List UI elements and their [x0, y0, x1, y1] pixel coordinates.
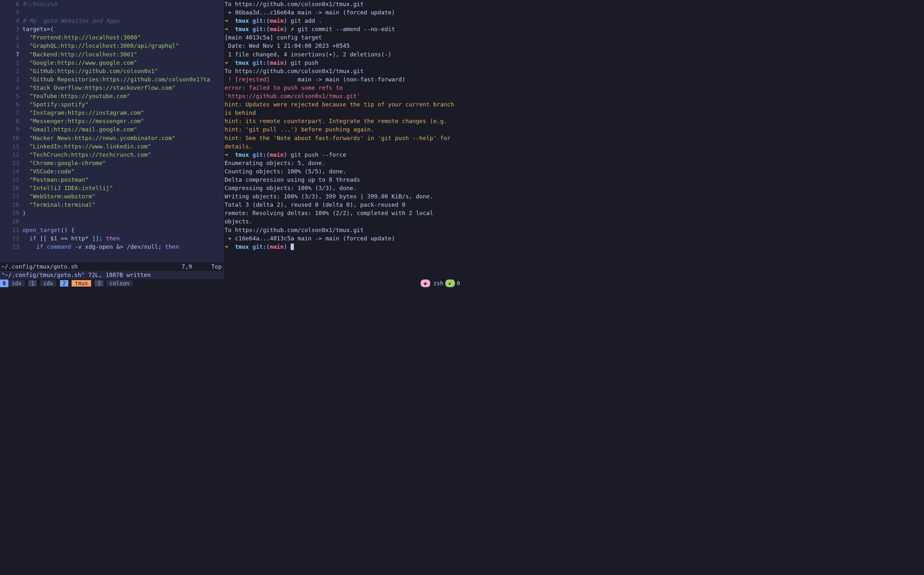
code-line[interactable]: 1 "Google:https://www.google.com" [0, 59, 223, 67]
terminal-line: Date: Wed Nov 1 21:04:08 2023 +0545 [225, 42, 462, 50]
code-content[interactable]: "VSCode:code" [22, 167, 75, 176]
code-line[interactable]: 1 "GraphQL:http://localhost:3000/api/gra… [0, 42, 223, 50]
tmux-window-num[interactable]: 3 [95, 280, 103, 286]
line-number: 13 [0, 159, 22, 167]
tmux-session-name[interactable]: 0 [0, 280, 8, 288]
code-line[interactable]: 17 "WebStorm:webstorm" [0, 192, 223, 201]
code-line[interactable]: 10 "Hacker News:https://news.ycombinator… [0, 134, 223, 142]
code-line[interactable]: 5 "YouTube:https://youtube.com" [0, 92, 223, 100]
editor-pane[interactable]: 6#!/bin/zsh54# My :goto Websites and App… [0, 0, 223, 279]
terminal-line: ➜ tmux git:(main) git add . [225, 17, 462, 25]
code-line[interactable]: 3targets=( [0, 25, 223, 33]
code-content[interactable]: "Chrome:google-chrome" [22, 159, 106, 167]
code-content[interactable]: "LinkedIn:https://www.linkedin.com" [22, 142, 151, 151]
line-number: 14 [0, 167, 22, 176]
line-number: 8 [0, 117, 22, 125]
terminal-line: Compressing objects: 100% (3/3), done. [225, 184, 462, 192]
line-number: 5 [0, 8, 22, 17]
terminal-line: ! [rejected] main -> main (non-fast-forw… [225, 75, 462, 84]
line-number: 3 [0, 25, 22, 33]
code-line[interactable]: 4 "Stack Overflow:https://stackoverflow.… [0, 84, 223, 92]
code-line[interactable]: 13 "Chrome:google-chrome" [0, 159, 223, 167]
code-line[interactable]: 21open_target() { [0, 226, 223, 234]
tmux-window[interactable]: idx [8, 280, 25, 286]
terminal-pane[interactable]: To https://github.com/colson0x1/tmux.git… [223, 0, 462, 279]
terminal-line: Counting objects: 100% (5/5), done. [225, 167, 462, 176]
code-content[interactable]: ) [22, 209, 26, 217]
line-number: 6 [0, 100, 22, 109]
code-content[interactable]: "Github Repositories:https://github.com/… [22, 75, 210, 84]
code-line[interactable]: 19) [0, 209, 223, 217]
code-content[interactable]: "GraphQL:http://localhost:3000/api/graph… [22, 42, 179, 50]
line-number: 11 [0, 142, 22, 151]
code-content[interactable]: "GitHub:https://github.com/colson0x1" [22, 67, 158, 75]
code-line[interactable]: 11 "LinkedIn:https://www.linkedin.com" [0, 142, 223, 151]
code-line[interactable]: 12 "TechCrunch:https://techcrunch.com" [0, 151, 223, 159]
tmux-window-active[interactable]: tmux [72, 280, 91, 286]
code-content[interactable]: "TechCrunch:https://techcrunch.com" [22, 151, 151, 159]
terminal-line: Total 3 (delta 2), reused 0 (delta 0), p… [225, 201, 462, 209]
code-content[interactable]: # My :goto Websites and Apps [22, 17, 119, 25]
line-number: 2 [0, 33, 22, 42]
code-content[interactable]: if command -v xdg-open &> /dev/null; the… [22, 243, 179, 251]
code-line[interactable]: 7 "Instagram:https://instagram.com" [0, 109, 223, 117]
terminal-line: ➜ tmux git:(main) git push [225, 59, 462, 67]
code-content[interactable]: "Instagram:https://instagram.com" [22, 109, 144, 117]
terminal-line: hint: Updates were rejected because the … [225, 100, 462, 117]
code-line[interactable]: 20 [0, 217, 223, 226]
code-content[interactable]: "IntelliJ IDEA:intellij" [22, 184, 113, 192]
code-content[interactable]: "Hacker News:https://news.ycombinator.co… [22, 134, 175, 142]
code-line[interactable]: 8 "Messenger:https://messenger.com" [0, 117, 223, 125]
code-content[interactable]: "Terminal:terminal" [22, 201, 96, 209]
tmux-window-num[interactable]: 1 [28, 280, 37, 286]
tmux-window[interactable]: colson [107, 280, 132, 286]
code-content[interactable]: #!/bin/zsh [22, 0, 57, 8]
line-number: 1 [0, 42, 22, 50]
code-content[interactable]: "Gmail:https://mail.google.com" [22, 125, 137, 133]
code-line[interactable]: 2 "Frontend:http://localhost:3000" [0, 33, 223, 42]
line-number: 2 [0, 67, 22, 75]
line-number: 5 [0, 92, 22, 100]
code-line[interactable]: 4# My :goto Websites and Apps [0, 17, 223, 25]
code-content[interactable]: open_target() { [22, 226, 75, 234]
shell-label: zsh [433, 280, 443, 288]
code-content[interactable]: "Google:https://www.google.com" [22, 59, 137, 67]
code-content[interactable]: "Messenger:https://messenger.com" [22, 117, 144, 125]
code-content[interactable]: "YouTube:https://youtube.com" [22, 92, 130, 100]
code-content[interactable]: "Stack Overflow:https://stackoverflow.co… [22, 84, 175, 92]
code-line[interactable]: 15 "Postman:postman" [0, 176, 223, 184]
terminal-line: To https://github.com/colson0x1/tmux.git [225, 0, 462, 8]
code-line[interactable]: 5 [0, 8, 223, 17]
line-number: 12 [0, 151, 22, 159]
line-number: 1 [0, 59, 22, 67]
line-number: 23 [0, 243, 22, 251]
code-line[interactable]: 16 "IntelliJ IDEA:intellij" [0, 184, 223, 192]
code-content[interactable]: "Backend:http://localhost:3001" [22, 50, 137, 59]
vim-statusline: ~/.config/tmux/goto.sh 7,9 Top [0, 262, 223, 271]
code-content[interactable]: "Frontend:http://localhost:3000" [22, 33, 140, 42]
terminal-line: To https://github.com/colson0x1/tmux.git [225, 67, 462, 75]
tmux-window-num[interactable]: 2 [60, 280, 69, 286]
code-content[interactable]: "Spotify:spotify" [22, 100, 89, 109]
code-line[interactable]: 7 "Backend:http://localhost:3001" [0, 50, 223, 59]
code-line[interactable]: 14 "VSCode:code" [0, 167, 223, 176]
code-content[interactable]: "WebStorm:webstorm" [22, 192, 96, 201]
code-line[interactable]: 22 if [[ $1 == http* ]]; then [0, 234, 223, 243]
code-line[interactable]: 2 "GitHub:https://github.com/colson0x1" [0, 67, 223, 75]
tmux-window[interactable]: idx [40, 280, 56, 286]
code-line[interactable]: 23 if command -v xdg-open &> /dev/null; … [0, 243, 223, 251]
line-number: 10 [0, 134, 22, 142]
code-line[interactable]: 6 "Spotify:spotify" [0, 100, 223, 109]
terminal-line: Delta compression using up to 8 threads [225, 176, 462, 184]
code-content[interactable]: targets=( [22, 25, 54, 33]
code-line[interactable]: 18 "Terminal:terminal" [0, 201, 223, 209]
status-scroll: Top [211, 262, 222, 271]
code-line[interactable]: 3 "Github Repositories:https://github.co… [0, 75, 223, 84]
terminal-icon: ▸ [449, 280, 452, 288]
code-content[interactable]: "Postman:postman" [22, 176, 89, 184]
terminal-line: ➜ tmux git:(main) git push --force [225, 151, 462, 159]
code-line[interactable]: 6#!/bin/zsh [0, 0, 223, 8]
cursor [291, 244, 294, 250]
code-line[interactable]: 9 "Gmail:https://mail.google.com" [0, 125, 223, 133]
code-content[interactable]: if [[ $1 == http* ]]; then [22, 234, 120, 243]
